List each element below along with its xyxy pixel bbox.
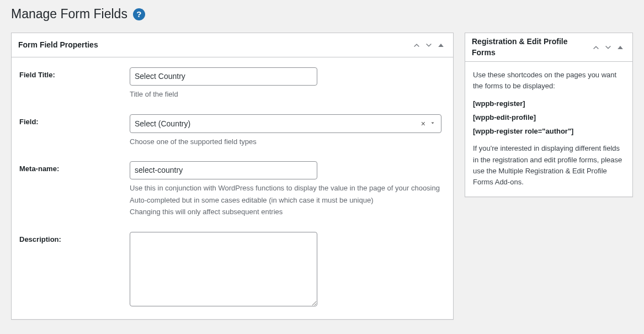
help-icon[interactable]: ? xyxy=(133,8,145,20)
field-type-dropdown-arrow[interactable] xyxy=(429,119,437,128)
move-up-button[interactable] xyxy=(411,39,422,51)
side-box-title: Registration & Edit Profile Forms xyxy=(472,33,590,61)
field-type-select[interactable]: Select (Country) × xyxy=(130,114,441,133)
side-outro-text: If you're interested in displaying diffe… xyxy=(473,143,625,188)
description-textarea[interactable] xyxy=(130,232,317,306)
main-box-header: Form Field Properties xyxy=(12,33,453,57)
label-meta-name: Meta-name: xyxy=(19,161,130,173)
move-down-button[interactable] xyxy=(423,39,434,51)
chevron-up-icon xyxy=(413,41,421,49)
row-meta-name: Meta-name: Use this in conjunction with … xyxy=(19,161,445,218)
side-toggle-button[interactable] xyxy=(615,41,626,54)
shortcode-item: [wppb-register role="author"] xyxy=(473,127,625,135)
side-move-down-button[interactable] xyxy=(603,41,614,54)
field-type-clear[interactable]: × xyxy=(418,119,429,128)
meta-name-helper-1: Use this in conjunction with WordPress f… xyxy=(130,183,445,194)
label-field: Field: xyxy=(19,114,130,126)
field-title-helper: Title of the field xyxy=(130,89,445,100)
page-title-text: Manage Form Fields xyxy=(11,7,127,22)
page-title: Manage Form Fields ? xyxy=(11,0,633,33)
registration-forms-box: Registration & Edit Profile Forms Use th… xyxy=(465,33,633,197)
field-type-value: Select (Country) xyxy=(135,119,418,128)
row-field: Field: Select (Country) × Choose one of … xyxy=(19,114,445,147)
toggle-button[interactable] xyxy=(435,39,446,51)
label-field-title: Field Title: xyxy=(19,67,130,79)
chevron-down-icon xyxy=(425,41,433,49)
meta-name-helper-2: Auto-completed but in some cases editabl… xyxy=(130,195,445,206)
main-box-actions xyxy=(411,39,446,51)
row-field-title: Field Title: Title of the field xyxy=(19,67,445,100)
row-description: Description: xyxy=(19,232,445,308)
triangle-up-icon xyxy=(617,44,624,51)
chevron-up-icon xyxy=(592,44,600,51)
shortcode-item: [wppb-register] xyxy=(473,99,625,108)
side-move-up-button[interactable] xyxy=(590,41,602,54)
field-title-input[interactable] xyxy=(130,67,317,86)
side-box-actions xyxy=(590,41,626,54)
shortcode-list: [wppb-register] [wppb-edit-profile] [wpp… xyxy=(473,99,625,135)
triangle-down-icon xyxy=(430,120,435,126)
field-helper: Choose one of the supported field types xyxy=(130,136,445,147)
shortcode-item: [wppb-edit-profile] xyxy=(473,113,625,121)
chevron-down-icon xyxy=(604,44,612,51)
triangle-up-icon xyxy=(438,42,444,49)
side-intro-text: Use these shortcodes on the pages you wa… xyxy=(473,70,625,92)
meta-name-input[interactable] xyxy=(130,161,317,179)
side-box-header: Registration & Edit Profile Forms xyxy=(465,33,632,62)
label-description: Description: xyxy=(19,232,130,243)
form-field-properties-box: Form Field Properties Field Title xyxy=(11,33,454,320)
meta-name-helper-3: Changing this will only affect subsequen… xyxy=(130,206,445,218)
main-box-title: Form Field Properties xyxy=(18,36,98,54)
